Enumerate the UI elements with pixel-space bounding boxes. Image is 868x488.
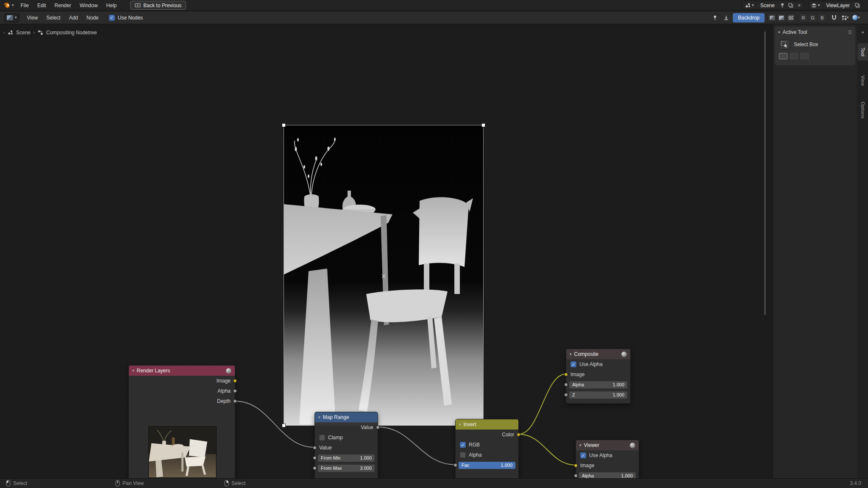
socket-alpha-input[interactable] (564, 383, 568, 387)
menu-window[interactable]: Window (75, 0, 102, 11)
menu-node[interactable]: Node (82, 11, 103, 24)
rgb-label: RGB (469, 442, 480, 448)
chevron-down-icon[interactable]: ▾ (579, 444, 581, 447)
select-mode-extend-icon[interactable] (790, 53, 798, 59)
socket-alpha-input[interactable] (574, 474, 578, 478)
use-alpha-checkbox[interactable]: ✓ (580, 452, 586, 458)
blender-menu-button[interactable]: ▾ (0, 2, 17, 8)
scene-name[interactable]: Scene (757, 3, 778, 8)
channel-g-button[interactable]: G (808, 14, 818, 22)
active-tool-button[interactable]: Select Box (775, 38, 855, 51)
menu-file[interactable]: File (17, 0, 33, 11)
unlink-icon[interactable]: × (795, 1, 804, 9)
tab-view[interactable]: View (857, 71, 868, 90)
node-editor-canvas[interactable]: › Scene › Compositing Nodetree (0, 25, 773, 478)
chevron-down-icon[interactable]: ▾ (318, 416, 320, 419)
chevron-down-icon[interactable]: ▾ (459, 423, 461, 427)
tab-tool[interactable]: Tool (857, 43, 868, 61)
socket-from-max-input[interactable] (313, 466, 317, 470)
editor-type-button[interactable]: ▾ (4, 13, 19, 22)
channel-color-icon[interactable] (777, 14, 786, 22)
snap-magnet-icon[interactable] (830, 14, 838, 22)
backdrop-toggle-button[interactable]: Backdrop (733, 13, 765, 22)
node-header-invert[interactable]: ▾ Invert (456, 419, 518, 430)
node-composite[interactable]: ▾ Composite ✓ Use Alpha Image Alpha 1.00… (566, 349, 631, 404)
node-header-render-layers[interactable]: ▾ Render Layers (129, 366, 235, 376)
chevron-down-icon: ▾ (12, 3, 14, 7)
node-invert[interactable]: ▾ Invert Color ✓ RGB Alpha Fac 1.000 (455, 419, 519, 478)
parent-tree-arrow-icon[interactable] (722, 14, 730, 22)
channel-b-button[interactable]: B (818, 14, 827, 22)
node-header-viewer[interactable]: ▾ Viewer (576, 440, 639, 450)
alpha-field[interactable]: Alpha 1.000 (569, 381, 627, 388)
from-min-field[interactable]: From Min 1.000 (318, 455, 375, 462)
socket-value-input[interactable] (313, 446, 317, 450)
menu-view[interactable]: View (23, 11, 42, 24)
channel-r-button[interactable]: R (799, 14, 808, 22)
breadcrumb-scene[interactable]: Scene (16, 30, 31, 36)
z-field[interactable]: Z 1.000 (569, 391, 627, 399)
region-collapse-icon[interactable]: › (3, 31, 5, 35)
scrollbar[interactable] (764, 31, 766, 315)
alpha-value: 1.000 (612, 382, 624, 387)
chevron-down-icon: ▾ (752, 3, 754, 7)
fac-slider[interactable]: Fac 1.000 (459, 462, 515, 469)
use-alpha-checkbox[interactable]: ✓ (570, 361, 576, 367)
scene-selector[interactable]: ▾ Scene × (742, 1, 804, 10)
panel-menu-icon[interactable]: ☰ (848, 30, 852, 35)
channel-alpha-icon[interactable] (786, 14, 796, 22)
collapse-arrow-icon[interactable]: ◂ (857, 30, 868, 34)
viewlayer-browse-button[interactable]: ▾ (809, 1, 823, 9)
chevron-down-icon[interactable]: ▾ (570, 352, 572, 356)
socket-color-output[interactable] (517, 433, 520, 437)
node-viewer[interactable]: ▾ Viewer ✓ Use Alpha Image Alpha 1.000 (576, 440, 639, 478)
panel-collapse-icon[interactable]: ▾ (778, 30, 780, 34)
overlay-sphere-icon (852, 15, 858, 20)
socket-fac-input[interactable] (453, 463, 457, 467)
node-header-map-range[interactable]: ▾ Map Range (315, 412, 378, 422)
chevron-down-icon[interactable]: ▾ (132, 369, 134, 373)
tab-options[interactable]: Options (857, 97, 868, 123)
socket-depth-output[interactable] (233, 399, 237, 403)
selection-handle[interactable] (282, 424, 286, 427)
scene-browse-button[interactable]: ▾ (743, 1, 757, 9)
select-mode-subtract-icon[interactable] (800, 53, 809, 59)
pin-icon[interactable] (778, 1, 787, 9)
menu-edit[interactable]: Edit (33, 0, 50, 11)
select-mode-set-icon[interactable] (779, 53, 787, 59)
socket-from-min-input[interactable] (313, 456, 317, 460)
node-render-layers[interactable]: ▾ Render Layers Image Alpha Depth (128, 365, 235, 478)
duplicate-icon[interactable] (787, 1, 795, 9)
socket-z-input[interactable] (564, 393, 568, 397)
viewlayer-name[interactable]: ViewLayer (823, 3, 853, 8)
socket-image-input[interactable] (564, 373, 568, 377)
nodetree-icon (38, 30, 43, 35)
viewlayer-selector[interactable]: ▾ ViewLayer (808, 1, 862, 10)
socket-image-output[interactable] (233, 379, 237, 383)
menu-render[interactable]: Render (50, 0, 75, 11)
pin-icon[interactable] (711, 14, 719, 22)
node-map-range[interactable]: ▾ Map Range Value Clamp Value From Min 1… (314, 412, 378, 478)
back-to-previous-button[interactable]: Back to Previous (130, 1, 186, 10)
alpha-field[interactable]: Alpha 1.000 (579, 472, 636, 479)
socket-image-input[interactable] (574, 464, 578, 468)
selection-handle[interactable] (481, 123, 485, 127)
rgb-checkbox[interactable]: ✓ (460, 442, 466, 448)
use-nodes-toggle[interactable]: ✓ Use Nodes (109, 15, 143, 21)
duplicate-icon[interactable] (853, 1, 862, 9)
alpha-checkbox[interactable] (460, 452, 466, 458)
socket-alpha-output[interactable] (233, 389, 237, 393)
overlays-toggle[interactable]: ▾ (852, 14, 860, 22)
clamp-checkbox[interactable] (319, 435, 325, 441)
menu-select[interactable]: Select (42, 11, 64, 24)
snap-target-dropdown[interactable]: ▾ (841, 14, 849, 22)
selection-handle[interactable] (282, 123, 286, 127)
from-max-field[interactable]: From Max 3.000 (318, 465, 375, 472)
use-nodes-checkbox[interactable]: ✓ (109, 15, 115, 21)
node-header-composite[interactable]: ▾ Composite (566, 349, 630, 359)
socket-value-output[interactable] (376, 426, 380, 430)
channel-color-alpha-icon[interactable] (768, 14, 777, 22)
breadcrumb-nodetree[interactable]: Compositing Nodetree (46, 30, 97, 36)
menu-add[interactable]: Add (65, 11, 82, 24)
menu-help[interactable]: Help (102, 0, 121, 11)
